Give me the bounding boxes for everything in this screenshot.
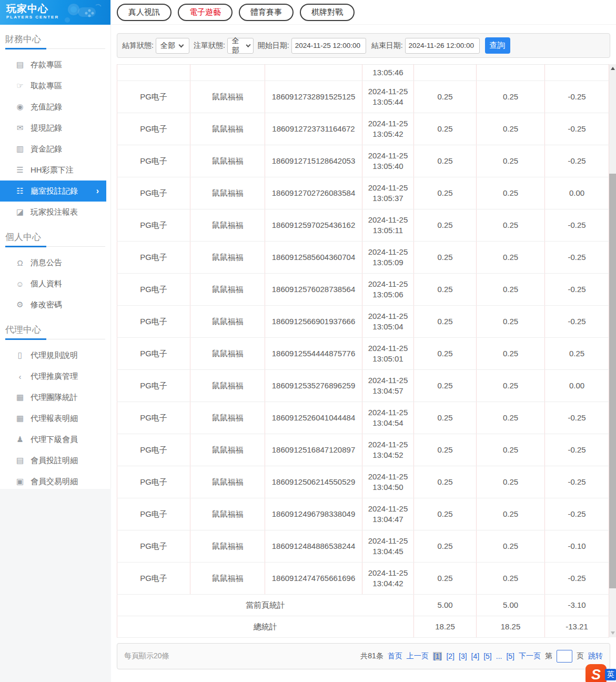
cell-player: 鼠鼠福福 xyxy=(190,338,265,370)
sidebar: 玩家中心 PLAYERS CENTER 財務中心▤存款專區☞取款專區◉充值記錄✉… xyxy=(0,0,111,489)
hall-bet-record-icon: ☷ xyxy=(15,186,25,196)
table-row: PG电子鼠鼠福福18609125062145505292024-11-25 13… xyxy=(117,466,609,498)
cell-time: 2024-11-25 13:04:42 xyxy=(362,563,414,595)
sidebar-item[interactable]: ▦代理報表明細 xyxy=(0,408,110,429)
tab-4[interactable]: 棋牌對戰 xyxy=(300,4,355,21)
sidebar-item[interactable]: ☺個人資料 xyxy=(0,273,110,294)
cell-profit: -0.10 xyxy=(545,530,609,563)
cell-time: 2024-11-25 13:04:47 xyxy=(362,498,414,530)
cell-profit: -0.25 xyxy=(545,466,609,498)
cell-player: 鼠鼠福福 xyxy=(190,177,265,209)
end-date-input[interactable] xyxy=(405,38,480,54)
sidebar-item[interactable]: ☰HH彩票下注 xyxy=(0,159,110,180)
sidebar-item[interactable]: ▯代理規則說明 xyxy=(0,345,110,366)
sidebar-item[interactable]: ◉充值記錄 xyxy=(0,96,110,117)
sidebar-item[interactable]: ▤存款專區 xyxy=(0,54,110,75)
settle-status-select[interactable]: 全部 xyxy=(156,38,189,54)
cell-game: PG电子 xyxy=(117,402,190,434)
table-scrollbar[interactable] xyxy=(609,64,616,637)
cell-game: PG电子 xyxy=(117,434,190,466)
sidebar-item[interactable]: ▥資金記錄 xyxy=(0,138,110,159)
cell-game: PG电子 xyxy=(117,209,190,242)
sidebar-item[interactable]: ▦代理團隊統計 xyxy=(0,387,110,408)
cell-valid-bet: 0.25 xyxy=(477,81,545,113)
cell-profit: -0.25 xyxy=(545,113,609,145)
cell-profit: -0.25 xyxy=(545,306,609,338)
cell-valid-bet: 0.25 xyxy=(477,209,545,242)
withdrawal-record-icon: ✉ xyxy=(15,123,25,133)
cell-valid-bet: 0.25 xyxy=(477,498,545,530)
sidebar-item-label: 個人資料 xyxy=(31,279,62,289)
jump-button[interactable]: 跳转 xyxy=(588,651,603,661)
sidebar-item[interactable]: ◪玩家投注報表 xyxy=(0,202,110,223)
sidebar-item[interactable]: ♟代理下級會員 xyxy=(0,429,110,450)
cell-time: 2024-11-25 13:04:45 xyxy=(362,530,414,563)
page-number-link[interactable]: [3] xyxy=(459,652,467,660)
bet-records-table-wrap: 13:05:46PG电子鼠鼠福福18609127328915251252024-… xyxy=(117,64,616,637)
cell-time: 2024-11-25 13:04:57 xyxy=(362,370,414,402)
cell-player: 鼠鼠福福 xyxy=(190,563,265,595)
sidebar-item[interactable]: Ω消息公告 xyxy=(0,252,110,273)
scroll-down-icon[interactable] xyxy=(611,631,615,635)
page-size-label: 每頁顯示20條 xyxy=(124,651,169,661)
cell-player: 鼠鼠福福 xyxy=(190,434,265,466)
cell-time: 2024-11-25 13:05:09 xyxy=(362,242,414,274)
ime-indicator[interactable]: S 英 xyxy=(585,664,616,682)
jump-page-input[interactable] xyxy=(557,650,572,663)
page-number-link[interactable]: [5] xyxy=(483,652,492,660)
page-number-link[interactable]: [2] xyxy=(446,652,455,660)
total-summary-row: 總統計18.2518.25-13.21 xyxy=(117,616,609,638)
cell-time: 2024-11-25 13:05:01 xyxy=(362,338,414,370)
cell-empty xyxy=(545,65,609,81)
start-date-input[interactable] xyxy=(291,38,366,54)
order-status-select[interactable]: 全部 xyxy=(227,38,254,54)
withdraw-icon: ☞ xyxy=(15,81,25,91)
table-row: PG电子鼠鼠福福18609125970254361622024-11-25 13… xyxy=(117,209,609,242)
settle-status-value: 全部 xyxy=(160,41,175,51)
scroll-up-icon[interactable] xyxy=(611,67,615,70)
search-button[interactable]: 查詢 xyxy=(485,37,510,54)
table-row: PG电子鼠鼠福福18609124747656616962024-11-25 13… xyxy=(117,563,609,595)
agent-members-icon: ♟ xyxy=(15,435,25,444)
chevron-right-icon: › xyxy=(96,186,99,196)
cell-order-no: 1860912732891525125 xyxy=(265,81,362,113)
sidebar-item[interactable]: ‹代理推廣管理 xyxy=(0,366,110,387)
cell-empty xyxy=(117,65,190,81)
summary-profit: -3.10 xyxy=(545,595,609,616)
sidebar-item[interactable]: ☷廳室投註記錄› xyxy=(0,180,106,202)
sidebar-item-label: 代理團隊統計 xyxy=(31,393,78,403)
tab-1[interactable]: 真人視訊 xyxy=(117,4,171,21)
pagination-controls: 共81条 首页 上一页 [1][2][3][4][5]...[5] 下一页 第 … xyxy=(360,650,603,663)
cell-time: 2024-11-25 13:05:40 xyxy=(362,145,414,177)
sidebar-item[interactable]: ▤會員投註明細 xyxy=(0,450,110,471)
cell-time: 2024-11-25 13:05:37 xyxy=(362,177,414,209)
page-number-current[interactable]: [1] xyxy=(433,652,442,660)
cell-game: PG电子 xyxy=(117,177,190,209)
page-number-link[interactable]: [4] xyxy=(471,652,480,660)
jump-suffix-label: 页 xyxy=(577,651,584,661)
ime-language-badge[interactable]: 英 xyxy=(605,669,616,680)
sidebar-item-label: 玩家投注報表 xyxy=(31,207,78,217)
sidebar-item[interactable]: ✉提現記錄 xyxy=(0,117,110,138)
scrollbar-thumb[interactable] xyxy=(609,174,616,588)
prev-page-link[interactable]: 上一页 xyxy=(407,651,429,661)
table-row: PG电子鼠鼠福福18609125260410444842024-11-25 13… xyxy=(117,402,609,434)
first-page-link[interactable]: 首页 xyxy=(388,651,402,661)
sogou-icon[interactable]: S xyxy=(585,664,607,682)
sidebar-item-label: 取款專區 xyxy=(31,81,62,91)
page-number-link[interactable]: [5] xyxy=(506,652,514,660)
cell-profit: -0.25 xyxy=(545,209,609,242)
sidebar-item-label: HH彩票下注 xyxy=(31,165,74,175)
cell-bet-amount: 0.25 xyxy=(414,338,477,370)
tab-2[interactable]: 電子遊藝 xyxy=(178,4,233,21)
cell-bet-amount: 0.25 xyxy=(414,402,477,434)
next-page-link[interactable]: 下一页 xyxy=(519,651,541,661)
notice-icon: Ω xyxy=(15,258,25,267)
settle-status-label: 結算狀態: xyxy=(122,41,154,51)
sidebar-item[interactable]: ⚙修改密碼 xyxy=(0,294,110,315)
pagination-bar: 每頁顯示20條 共81条 首页 上一页 [1][2][3][4][5]...[5… xyxy=(117,643,610,669)
tab-3[interactable]: 體育賽事 xyxy=(239,4,294,21)
cell-empty xyxy=(190,65,265,81)
sidebar-item[interactable]: ☞取款專區 xyxy=(0,75,110,96)
table-row: PG电子鼠鼠福福18609125669019376662024-11-25 13… xyxy=(117,306,609,338)
